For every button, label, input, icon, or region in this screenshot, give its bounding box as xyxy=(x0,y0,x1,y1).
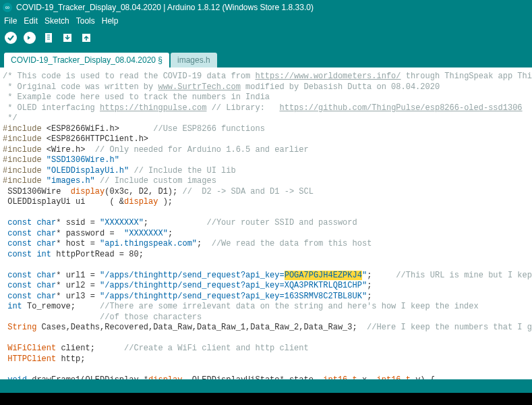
code-text: #include xyxy=(3,155,42,165)
code-text: "api.thingspeak.com" xyxy=(100,239,197,248)
code-text: ; xyxy=(144,218,207,227)
new-button[interactable] xyxy=(40,30,57,46)
code-text: #include xyxy=(3,134,42,144)
code-text: int xyxy=(3,302,22,311)
code-text: modified by Debasish Dutta on 08.04.2020 xyxy=(241,82,440,92)
code-text: (0x3c, D2, D1); xyxy=(105,187,182,196)
code-text: "/apps/thinghttp/send_request?api_key= xyxy=(100,271,285,280)
tab-images[interactable]: images.h xyxy=(171,53,217,68)
code-text: ; xyxy=(197,239,212,248)
code-text: #include xyxy=(3,145,42,155)
code-text: #include xyxy=(3,124,42,134)
code-text: const xyxy=(3,239,32,248)
code-text: // Only needed for Arduino 1.6.5 and ear… xyxy=(85,145,308,155)
code-text: HTTPClient xyxy=(3,354,56,364)
verify-button[interactable] xyxy=(3,30,19,46)
menu-sketch[interactable]: Sketch xyxy=(42,16,72,26)
code-text: //There are some irrelevant data on the … xyxy=(100,302,479,311)
code-text: #include xyxy=(3,176,42,186)
save-button[interactable] xyxy=(78,30,94,46)
code-text: //We read the data from this host xyxy=(212,239,372,248)
code-text: * OLED interfacing xyxy=(3,103,100,113)
svg-point-0 xyxy=(5,32,17,44)
code-text: char xyxy=(32,281,56,290)
code-text: //Here I keep the numbers that I got xyxy=(367,323,532,332)
code-text: ; xyxy=(168,229,173,238)
menu-edit[interactable]: Edit xyxy=(21,16,40,26)
code-text: http; xyxy=(56,354,85,364)
console-output xyxy=(0,393,532,405)
code-text: const xyxy=(3,292,32,301)
code-text: "/apps/thinghttp/send_request?api_key=16… xyxy=(100,292,367,301)
code-text: ); xyxy=(158,197,173,207)
code-text: char xyxy=(32,229,56,238)
code-text: /* This code is used to read the COVID-1… xyxy=(3,72,255,81)
code-text: //Use ESP8266 functions xyxy=(119,124,265,134)
menu-help[interactable]: Help xyxy=(99,16,121,26)
code-text: //Your router SSID and password xyxy=(206,218,357,227)
code-text: <ESP8266HTTPClient.h> xyxy=(42,134,148,144)
tab-main[interactable]: COVID-19_Tracker_Display_08.04.2020 § xyxy=(4,53,169,68)
code-text: httpPortRead = 80; xyxy=(51,250,144,259)
code-text: int xyxy=(32,250,51,259)
code-text: "OLEDDisplayUi.h" xyxy=(42,166,129,176)
code-text: <Wire.h> xyxy=(42,145,86,155)
code-text: through ThingSpeak app ThingHTTP and di xyxy=(401,72,532,81)
code-text: //of those characters xyxy=(3,313,202,322)
code-text: char xyxy=(32,271,56,280)
code-text: ; xyxy=(367,281,372,290)
code-text: display xyxy=(71,187,105,196)
code-text: const xyxy=(3,218,32,227)
code-text: "SSD1306Wire.h" xyxy=(42,155,119,165)
code-text: const xyxy=(3,281,32,290)
code-text: SSD1306Wire xyxy=(3,187,71,196)
menu-tools[interactable]: Tools xyxy=(73,16,98,26)
upload-button[interactable] xyxy=(22,30,38,46)
code-text: * ssid = xyxy=(56,218,100,227)
code-text: display xyxy=(124,197,158,207)
code-text: char xyxy=(32,218,56,227)
code-text: Cases,Deaths,Recovered,Data_Raw,Data_Raw… xyxy=(36,323,367,332)
open-button[interactable] xyxy=(59,30,76,46)
code-text: * url3 = xyxy=(56,292,100,301)
code-text: "/apps/thinghttp/send_request?api_key=XQ… xyxy=(100,281,367,290)
tab-bar: COVID-19_Tracker_Display_08.04.2020 § im… xyxy=(0,49,532,68)
status-bar xyxy=(0,379,532,393)
code-text: OLEDDisplayUi ui ( & xyxy=(3,197,124,207)
code-text: * password = xyxy=(56,229,124,238)
code-text: //This URL is mine but I kept it so you xyxy=(396,271,532,280)
code-text: * url1 = xyxy=(56,271,100,280)
code-text: */ xyxy=(3,113,18,123)
code-text: https://www.worldometers.info/ xyxy=(255,72,401,81)
code-text: //Create a WiFi client and http client xyxy=(124,344,309,353)
code-text: https://thingpulse.com xyxy=(100,103,206,113)
code-text: * Original code was written by xyxy=(3,82,158,92)
code-text: * host = xyxy=(56,239,100,248)
code-text: // Library: xyxy=(206,103,279,113)
code-text: www.SurtrTech.com xyxy=(158,82,240,92)
code-text: "XXXXXXX" xyxy=(100,218,144,227)
code-text: ; xyxy=(367,292,372,301)
code-text: #include xyxy=(3,166,42,176)
code-text: char xyxy=(32,292,56,301)
code-text: * Example code here used to track the nu… xyxy=(3,92,270,102)
code-text: // Include the UI lib xyxy=(129,166,235,176)
code-text: ; xyxy=(367,271,396,280)
code-text: WiFiClient xyxy=(3,344,56,353)
svg-rect-2 xyxy=(45,33,52,43)
code-text: const xyxy=(3,250,32,259)
menu-file[interactable]: File xyxy=(1,16,20,26)
code-text: https://github.com/ThingPulse/esp8266-ol… xyxy=(280,103,523,113)
window-title: COVID-19_Tracker_Display_08.04.2020 | Ar… xyxy=(16,3,314,12)
code-text: <ESP8266WiFi.h> xyxy=(42,124,119,134)
code-editor[interactable]: /* This code is used to read the COVID-1… xyxy=(0,68,532,379)
code-text: "images.h" xyxy=(42,176,95,186)
title-bar: ∞ COVID-19_Tracker_Display_08.04.2020 | … xyxy=(0,0,532,15)
code-text: // Include custom images xyxy=(95,176,216,186)
code-text: To_remove; xyxy=(22,302,100,311)
code-text: client; xyxy=(56,344,124,353)
toolbar xyxy=(0,27,532,49)
code-text: "XXXXXXX" xyxy=(124,229,168,238)
menu-bar: File Edit Sketch Tools Help xyxy=(0,15,532,27)
arduino-logo-icon: ∞ xyxy=(3,3,12,12)
